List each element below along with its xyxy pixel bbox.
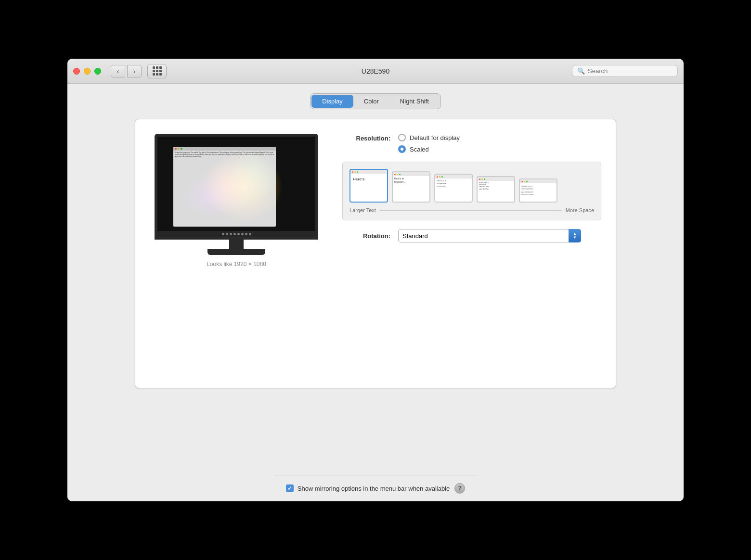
rotation-select[interactable]: Standard 90° 180° 270° (398, 229, 581, 242)
mirror-checkbox[interactable]: ✓ (286, 484, 294, 492)
monitor-frame: Here's to the crazy ones. The misfits. T… (155, 134, 318, 240)
resolution-group: Resolution: Default for display Scaled (342, 134, 601, 153)
tab-bar: Display Color Night Shift (310, 93, 441, 109)
preview-thumb-4[interactable]: Here's to the crtroublemakones who see t… (477, 176, 515, 203)
screen-min-dot (178, 148, 180, 150)
checkmark-icon: ✓ (287, 485, 292, 492)
monitor-stand-neck (229, 240, 244, 249)
thumb-2-content: Here's totroublem... (393, 176, 429, 185)
thumb-4-titlebar (478, 177, 514, 181)
mirror-checkbox-label: Show mirroring options in the menu bar w… (298, 485, 450, 492)
resolution-radio-group: Default for display Scaled (398, 134, 460, 153)
rotation-group: Rotation: Standard 90° 180° 270° ▲ ▼ (342, 229, 601, 242)
thumb-dot-y (354, 171, 356, 173)
thumb-dot-g-5 (526, 181, 528, 182)
thumb-5-titlebar (520, 179, 557, 183)
taskbar-dot-8 (249, 233, 251, 235)
nav-buttons: ‹ › (111, 65, 142, 77)
tab-color[interactable]: Color (353, 95, 389, 108)
resolution-scaled-option[interactable]: Scaled (398, 145, 460, 153)
thumb-1-titlebar (350, 170, 387, 174)
screen-close-dot (175, 148, 177, 150)
content-area: Display Color Night Shift (67, 84, 684, 501)
radio-default-label: Default for display (410, 134, 460, 141)
thumb-dot-y-4 (481, 178, 483, 180)
thumb-4-content: Here's to the crtroublemakones who see t… (478, 181, 514, 191)
taskbar-dot-5 (237, 233, 240, 235)
monitor-screen: Here's to the crazy ones. The misfits. T… (157, 137, 315, 237)
monitor-resolution-label: Looks like 1920 × 1080 (207, 261, 266, 267)
larger-text-label: Larger Text (350, 207, 376, 213)
preferences-window: ‹ › U28E590 🔍 Display Color Night Shift (67, 59, 684, 501)
screen-max-dot (181, 148, 182, 150)
search-input[interactable] (588, 67, 673, 75)
thumb-dot-r-5 (521, 181, 523, 182)
grid-view-button[interactable] (147, 64, 167, 78)
thumb-5-content: Here's to the crazy otroublemak. The rou… (520, 183, 557, 196)
traffic-lights (73, 68, 101, 75)
more-space-label: More Space (566, 207, 594, 213)
screen-titlebar (173, 147, 276, 151)
minimize-button[interactable] (84, 68, 91, 75)
preview-labels: Larger Text More Space (350, 207, 594, 213)
thumb-2-titlebar (393, 172, 429, 176)
resolution-default-option[interactable]: Default for display (398, 134, 460, 141)
thumb-3-content: Here's to thtroublemakones who... (435, 178, 472, 189)
thumb-3-titlebar (435, 175, 472, 178)
settings-section: Resolution: Default for display Scaled (342, 134, 601, 373)
radio-scaled-indicator (398, 145, 406, 153)
help-button[interactable]: ? (454, 483, 465, 494)
close-button[interactable] (73, 68, 80, 75)
taskbar-dot-2 (226, 233, 228, 235)
thumb-dot-y-2 (397, 174, 398, 175)
thumb-dot-r-2 (394, 174, 396, 175)
monitor-taskbar (157, 231, 315, 237)
back-button[interactable]: ‹ (111, 65, 125, 77)
monitor-section: Here's to the crazy ones. The misfits. T… (150, 134, 323, 373)
screen-text-content: Here's to the crazy ones. The misfits. T… (173, 151, 276, 159)
resolution-previews-panel: Here's Here's totroublem... (342, 162, 601, 220)
forward-button[interactable]: › (127, 65, 142, 77)
thumb-dot-r (352, 171, 353, 173)
monitor-stand-base (207, 249, 265, 255)
resolution-label: Resolution: (342, 135, 390, 142)
thumb-dot-r-4 (479, 178, 480, 180)
rotation-select-wrapper[interactable]: Standard 90° 180° 270° ▲ ▼ (398, 229, 581, 242)
taskbar-dot-7 (245, 233, 247, 235)
tab-night-shift[interactable]: Night Shift (389, 95, 440, 108)
screen-window: Here's to the crazy ones. The misfits. T… (173, 147, 276, 227)
thumb-dot-y-3 (439, 176, 440, 178)
maximize-button[interactable] (94, 68, 101, 75)
rotation-label: Rotation: (342, 232, 390, 240)
taskbar-dot-4 (233, 233, 236, 235)
main-panel: Here's to the crazy ones. The misfits. T… (135, 119, 616, 388)
taskbar-dot-6 (241, 233, 244, 235)
grid-icon (153, 66, 162, 76)
search-box[interactable]: 🔍 (572, 65, 678, 77)
preview-thumbnails: Here's Here's totroublem... (350, 169, 594, 203)
search-icon: 🔍 (577, 67, 585, 75)
preview-thumb-1[interactable]: Here's (350, 169, 388, 203)
bottom-bar: ✓ Show mirroring options in the menu bar… (272, 475, 480, 501)
thumb-dot-r-3 (437, 176, 438, 178)
thumb-dot-g-4 (484, 178, 485, 180)
preview-thumb-2[interactable]: Here's totroublem... (392, 171, 430, 203)
resolution-slider-track[interactable] (380, 210, 562, 211)
radio-scaled-label: Scaled (410, 146, 429, 153)
thumb-1-content: Here's (350, 174, 387, 185)
thumb-dot-g-2 (399, 174, 401, 175)
tab-display[interactable]: Display (311, 95, 353, 108)
preview-thumb-3[interactable]: Here's to thtroublemakones who... (434, 174, 473, 203)
thumb-dot-g (357, 171, 358, 173)
taskbar-dot-1 (222, 233, 224, 235)
window-title: U28E590 (362, 67, 389, 75)
titlebar: ‹ › U28E590 🔍 (67, 59, 684, 84)
thumb-dot-y-5 (524, 181, 525, 182)
mirror-checkbox-wrap[interactable]: ✓ Show mirroring options in the menu bar… (286, 484, 450, 492)
preview-thumb-5[interactable]: Here's to the crazy otroublemak. The rou… (519, 178, 557, 203)
taskbar-dot-3 (230, 233, 232, 235)
thumb-dot-g-3 (441, 176, 443, 178)
radio-default-indicator (398, 134, 406, 141)
